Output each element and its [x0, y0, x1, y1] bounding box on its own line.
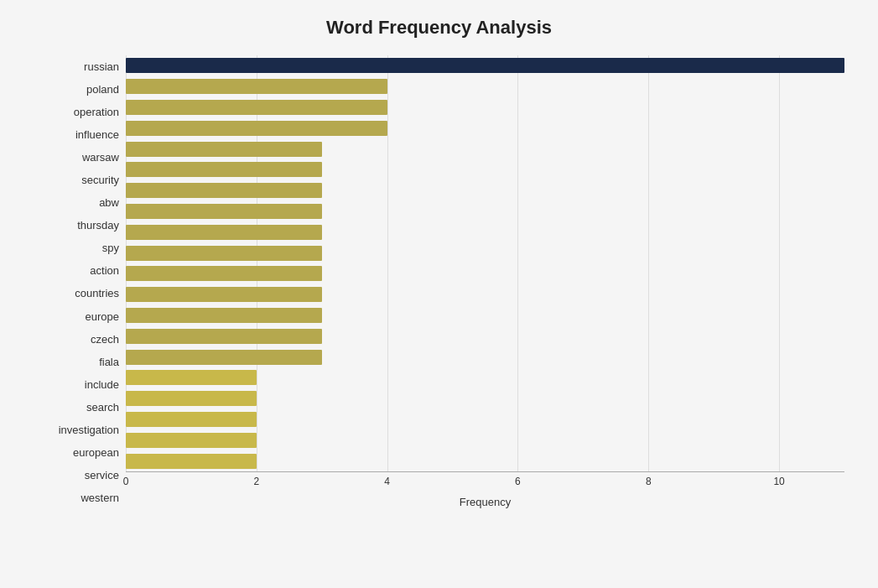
bar-search	[126, 370, 257, 385]
bar-include	[126, 350, 322, 365]
bar-warsaw	[126, 142, 322, 157]
y-label-service: service	[85, 470, 119, 481]
y-label-search: search	[86, 402, 119, 413]
bar-western	[126, 454, 257, 469]
bar-action	[126, 246, 322, 261]
bar-row-european	[126, 410, 844, 429]
grid-line-10	[779, 55, 780, 471]
bar-service	[126, 433, 257, 448]
chart-container: Word Frequency Analysis russianpolandope…	[0, 0, 878, 588]
bar-investigation	[126, 391, 257, 406]
bar-row-czech	[126, 306, 844, 325]
bar-european	[126, 412, 257, 427]
x-tick-8: 8	[646, 476, 652, 487]
bar-row-search	[126, 368, 844, 387]
bar-row-security	[126, 160, 844, 179]
bar-row-russian	[126, 56, 844, 75]
grid-line-0	[126, 55, 127, 471]
bar-poland	[126, 79, 387, 94]
y-label-security: security	[81, 174, 119, 185]
y-label-operation: operation	[74, 107, 119, 117]
x-tick-2: 2	[253, 476, 259, 487]
bar-security	[126, 162, 322, 177]
bar-row-spy	[126, 223, 844, 242]
bar-abw	[126, 183, 322, 198]
y-label-poland: poland	[86, 84, 119, 95]
bar-row-poland	[126, 77, 844, 96]
x-tick-4: 4	[384, 476, 390, 487]
bar-row-thursday	[126, 202, 844, 221]
bar-row-fiala	[126, 327, 844, 346]
y-label-western: western	[81, 492, 119, 503]
y-axis: russianpolandoperationinfluencewarsawsec…	[34, 55, 126, 509]
x-axis-label: Frequency	[126, 496, 844, 508]
y-label-countries: countries	[75, 288, 119, 299]
chart-area: russianpolandoperationinfluencewarsawsec…	[34, 55, 844, 509]
bar-row-countries	[126, 264, 844, 283]
bar-row-investigation	[126, 389, 844, 408]
bars-area	[126, 55, 844, 471]
bar-row-abw	[126, 181, 844, 200]
bar-fiala	[126, 329, 322, 344]
x-axis: 0246810 Frequency	[126, 476, 844, 509]
grid-line-4	[387, 55, 388, 471]
x-tick-0: 0	[123, 476, 129, 487]
bar-row-western	[126, 452, 844, 471]
bar-row-operation	[126, 98, 844, 117]
y-label-thursday: thursday	[77, 220, 119, 231]
y-label-abw: abw	[99, 197, 119, 208]
y-label-czech: czech	[91, 334, 119, 345]
bar-thursday	[126, 204, 322, 219]
y-label-warsaw: warsaw	[82, 152, 119, 163]
x-axis-line	[126, 471, 844, 472]
bar-europe	[126, 287, 322, 302]
y-label-european: european	[73, 447, 119, 458]
grid-line-6	[517, 55, 518, 471]
bar-row-action	[126, 244, 844, 263]
bar-row-influence	[126, 119, 844, 138]
bar-russian	[126, 58, 844, 73]
grid-line-8	[648, 55, 649, 471]
x-tick-6: 6	[515, 476, 521, 487]
bar-row-service	[126, 431, 844, 450]
bar-operation	[126, 100, 387, 115]
y-label-europe: europe	[86, 311, 119, 322]
bar-czech	[126, 308, 322, 323]
y-label-fiala: fiala	[99, 356, 119, 367]
x-tick-10: 10	[773, 476, 784, 487]
bar-row-warsaw	[126, 140, 844, 159]
y-label-investigation: investigation	[59, 424, 119, 435]
y-label-include: include	[85, 379, 119, 390]
bar-countries	[126, 266, 322, 281]
bars-and-xaxis: 0246810 Frequency	[126, 55, 844, 509]
y-label-action: action	[90, 265, 119, 276]
y-label-spy: spy	[102, 242, 119, 253]
bar-spy	[126, 225, 322, 240]
chart-title: Word Frequency Analysis	[34, 17, 844, 39]
bar-row-europe	[126, 285, 844, 304]
bar-row-include	[126, 348, 844, 367]
y-label-russian: russian	[84, 61, 119, 72]
grid-line-2	[257, 55, 257, 471]
bar-influence	[126, 121, 387, 136]
y-label-influence: influence	[75, 129, 119, 140]
